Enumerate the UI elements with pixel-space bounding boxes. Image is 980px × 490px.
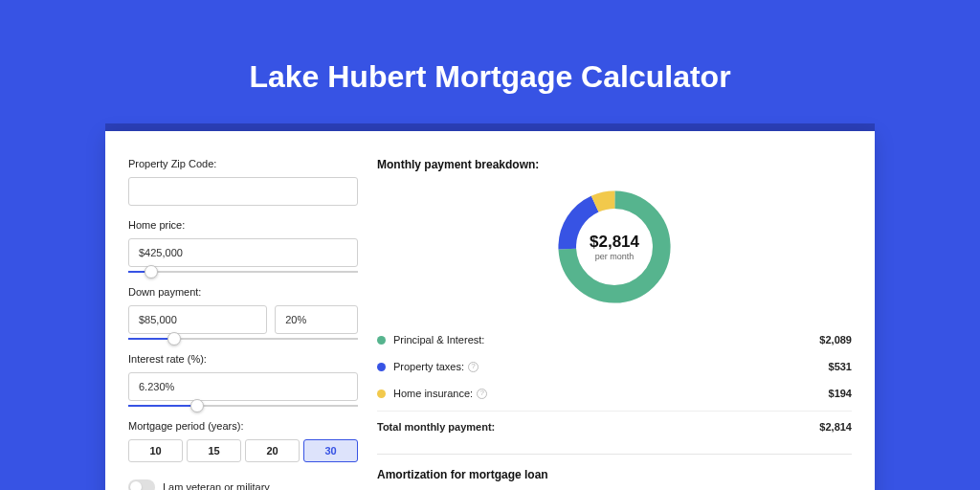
interest-input[interactable] [128,372,358,401]
period-button-10[interactable]: 10 [128,439,183,462]
down-payment-amount-input[interactable] [128,305,267,334]
legend-value-taxes: $531 [829,361,852,372]
legend-row-insurance: Home insurance: ? $194 [377,380,852,407]
breakdown-title: Monthly payment breakdown: [377,158,852,171]
home-price-slider-thumb[interactable] [145,265,158,278]
donut-center: $2,814 per month [552,185,677,309]
legend-label-principal: Principal & Interest: [393,334,819,345]
legend-value-principal: $2,089 [819,334,852,345]
zip-input[interactable] [128,177,358,206]
legend-dot-taxes [377,363,386,371]
page-title: Lake Hubert Mortgage Calculator [0,0,980,123]
legend-label-total: Total monthly payment: [377,421,819,433]
card-backdrop: Property Zip Code: Home price: Down paym… [105,123,875,490]
home-price-slider[interactable] [128,271,358,273]
info-icon[interactable]: ? [468,362,479,372]
down-payment-field-group: Down payment: [128,286,358,340]
zip-label: Property Zip Code: [128,158,358,169]
period-field-group: Mortgage period (years): 10 15 20 30 [128,420,358,462]
donut-amount: $2,814 [590,233,639,252]
interest-slider-thumb[interactable] [190,399,204,412]
down-payment-slider[interactable] [128,338,358,340]
interest-field-group: Interest rate (%): [128,353,358,407]
legend-dot-principal [377,336,386,345]
period-label: Mortgage period (years): [128,420,358,432]
donut-sub: per month [595,252,635,261]
info-icon[interactable]: ? [477,389,487,399]
legend-value-insurance: $194 [829,388,852,399]
legend-row-taxes: Property taxes: ? $531 [377,353,852,380]
interest-slider[interactable] [128,405,358,407]
down-payment-percent-input[interactable] [275,305,358,334]
down-payment-slider-thumb[interactable] [167,332,181,345]
veteran-toggle-label: I am veteran or military [163,481,270,490]
donut-chart: $2,814 per month [552,185,677,309]
interest-slider-fill [128,405,197,407]
breakdown-column: Monthly payment breakdown: $2,814 per mo… [377,158,852,490]
period-button-20[interactable]: 20 [245,439,300,462]
period-button-15[interactable]: 15 [187,439,241,462]
zip-field-group: Property Zip Code: [128,158,358,206]
legend-value-total: $2,814 [819,421,852,433]
inputs-column: Property Zip Code: Home price: Down paym… [128,158,358,490]
home-price-label: Home price: [128,219,358,231]
period-button-30[interactable]: 30 [303,439,358,462]
home-price-field-group: Home price: [128,219,358,273]
legend-dot-insurance [377,390,386,398]
donut-chart-wrap: $2,814 per month [377,185,852,309]
legend-row-total: Total monthly payment: $2,814 [377,411,852,440]
period-buttons: 10 15 20 30 [128,439,358,462]
down-payment-label: Down payment: [128,286,358,298]
legend-row-principal: Principal & Interest: $2,089 [377,326,852,353]
amortization-title: Amortization for mortgage loan [377,468,852,481]
home-price-input[interactable] [128,238,358,267]
legend-label-insurance: Home insurance: ? [393,388,829,399]
veteran-toggle-row: I am veteran or military [128,479,358,490]
amortization-section: Amortization for mortgage loan Amortizat… [377,454,852,490]
veteran-toggle[interactable] [128,479,155,490]
calculator-card: Property Zip Code: Home price: Down paym… [105,131,875,490]
legend-label-taxes: Property taxes: ? [393,361,829,372]
interest-label: Interest rate (%): [128,353,358,365]
